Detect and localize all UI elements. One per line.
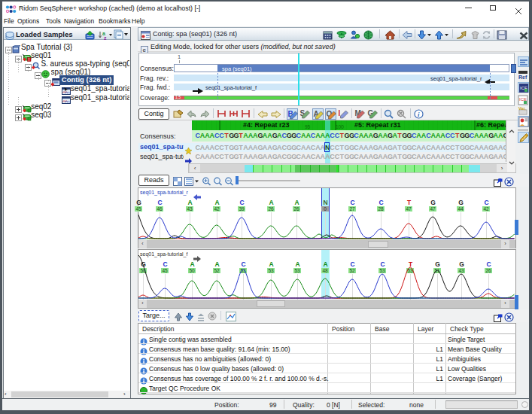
svg-text:I: I [339,109,341,117]
svg-text:Ref: Ref [518,75,527,80]
svg-text:Var,: Var, [518,106,526,111]
svg-text:z: z [104,35,107,41]
